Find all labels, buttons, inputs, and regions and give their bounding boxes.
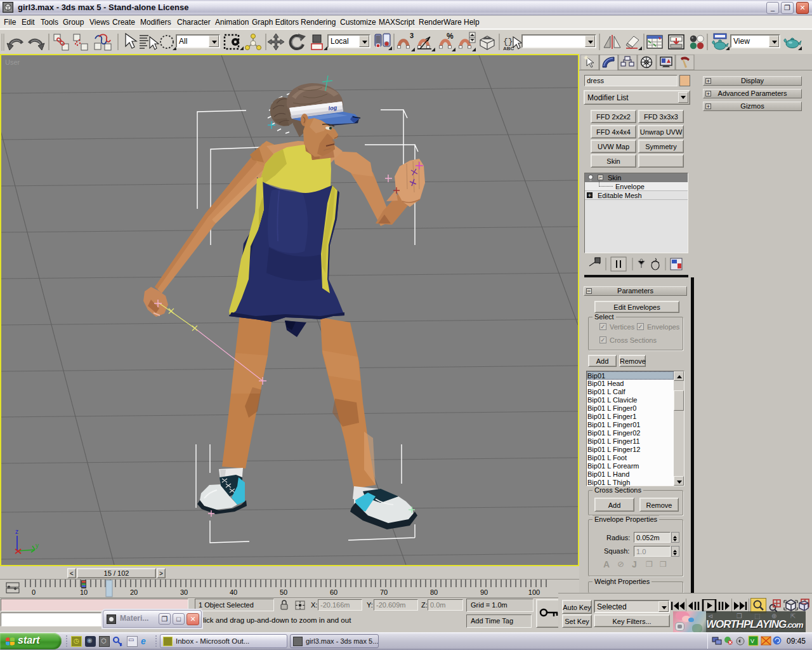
svg-text:y: y bbox=[36, 542, 39, 549]
svg-text:log: log bbox=[328, 104, 337, 112]
svg-text:3: 3 bbox=[410, 32, 414, 39]
svg-text:50: 50 bbox=[280, 588, 287, 596]
svg-text:100: 100 bbox=[528, 588, 540, 596]
svg-text:{}: {} bbox=[503, 37, 513, 46]
svg-text:z: z bbox=[15, 528, 18, 535]
svg-text:40: 40 bbox=[230, 588, 237, 596]
svg-text:20: 20 bbox=[130, 588, 138, 596]
svg-text:10: 10 bbox=[80, 588, 88, 596]
svg-text:90: 90 bbox=[480, 588, 488, 596]
svg-text:30: 30 bbox=[180, 588, 188, 596]
svg-text:V: V bbox=[750, 638, 754, 644]
svg-text:0: 0 bbox=[32, 588, 36, 596]
svg-text:80: 80 bbox=[430, 588, 438, 596]
svg-text:%: % bbox=[447, 32, 454, 41]
svg-text:ABC: ABC bbox=[503, 46, 514, 51]
svg-text:60: 60 bbox=[330, 588, 337, 596]
svg-text:70: 70 bbox=[380, 588, 388, 596]
